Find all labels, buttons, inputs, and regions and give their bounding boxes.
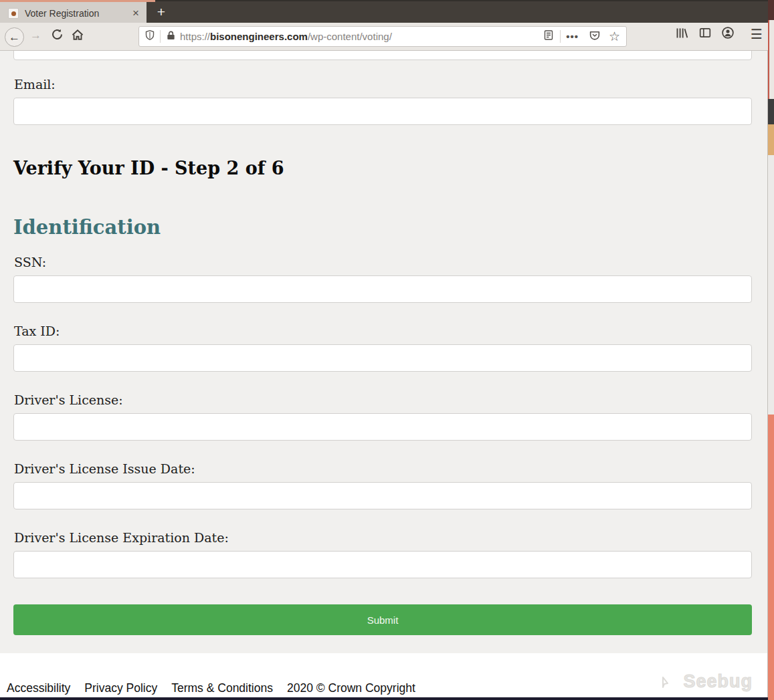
- reader-mode-icon[interactable]: [543, 29, 554, 43]
- license-issue-date-label: Driver's License Issue Date:: [14, 461, 195, 476]
- drivers-license-label: Driver's License:: [14, 392, 123, 407]
- step-heading: Verify Your ID - Step 2 of 6: [13, 158, 284, 179]
- license-expiration-date-input[interactable]: [13, 551, 752, 578]
- tab-voter-registration[interactable]: Voter Registration ×: [0, 2, 147, 24]
- footer-copyright: 2020 © Crown Copyright: [287, 681, 415, 695]
- background-window-edge: [768, 0, 774, 700]
- urlbar-separator-2: [560, 30, 561, 43]
- edge-segment: [768, 415, 774, 700]
- seebug-watermark: Seebug: [652, 668, 753, 695]
- footer-bottom-bar: [0, 697, 768, 700]
- footer-link-privacy-policy[interactable]: Privacy Policy: [84, 681, 157, 695]
- sidebar-icon[interactable]: [698, 27, 712, 41]
- identification-heading: Identification: [13, 216, 161, 239]
- page-actions-icon[interactable]: •••: [566, 31, 579, 42]
- edge-segment: [768, 99, 774, 124]
- submit-button[interactable]: Submit: [13, 604, 752, 635]
- ssn-input[interactable]: [13, 275, 752, 303]
- new-tab-button[interactable]: +: [153, 4, 170, 21]
- forward-button[interactable]: →: [30, 29, 41, 42]
- edge-segment: [768, 20, 774, 99]
- license-expiration-date-label: Driver's License Expiration Date:: [14, 530, 229, 545]
- email-label: Email:: [14, 77, 56, 92]
- page-favicon: [8, 8, 19, 19]
- edge-segment: [768, 155, 774, 415]
- seebug-logo-icon: [652, 668, 679, 695]
- url-scheme: https://: [180, 31, 210, 42]
- tracking-protection-shield-icon[interactable]: [144, 29, 155, 43]
- navigation-toolbar: ← → https://bisonengineers.com/wp-conten…: [0, 23, 768, 51]
- tax-id-input[interactable]: [13, 344, 752, 372]
- license-issue-date-input[interactable]: [13, 482, 752, 509]
- url-domain: bisonengineers.com: [210, 31, 308, 42]
- footer-link-accessibility[interactable]: Accessibility: [7, 681, 70, 695]
- menu-hamburger-icon[interactable]: ☰: [751, 26, 763, 42]
- footer-links: Accessibility Privacy Policy Terms & Con…: [7, 681, 415, 695]
- tab-close-icon[interactable]: ×: [130, 7, 141, 19]
- home-icon[interactable]: [71, 28, 84, 44]
- account-icon[interactable]: [721, 26, 735, 42]
- edge-segment: [768, 0, 774, 20]
- page-content: Email: Verify Your ID - Step 2 of 6 Iden…: [0, 51, 768, 653]
- tab-bar: Voter Registration × +: [0, 0, 768, 23]
- urlbar-separator: [160, 30, 161, 43]
- page-footer: Seebug Accessibility Privacy Policy Term…: [0, 653, 768, 700]
- url-path: /wp-content/voting/: [308, 31, 392, 42]
- toolbar-right-cluster: ☰: [675, 26, 763, 42]
- browser-window: Voter Registration × + ← → https://bison…: [0, 0, 768, 700]
- drivers-license-input[interactable]: [13, 413, 752, 441]
- pocket-save-icon[interactable]: [589, 29, 601, 43]
- edge-segment: [768, 124, 774, 155]
- email-input[interactable]: [13, 98, 752, 125]
- footer-link-terms[interactable]: Terms & Conditions: [171, 681, 273, 695]
- url-text[interactable]: https://bisonengineers.com/wp-content/vo…: [180, 31, 537, 42]
- library-icon[interactable]: [675, 27, 689, 42]
- tab-title: Voter Registration: [25, 8, 130, 19]
- ssn-label: SSN:: [14, 255, 46, 269]
- back-button[interactable]: ←: [5, 27, 24, 47]
- bookmark-star-icon[interactable]: ☆: [609, 29, 620, 44]
- reload-icon[interactable]: [51, 28, 64, 43]
- tax-id-label: Tax ID:: [14, 324, 60, 338]
- lock-icon[interactable]: [166, 30, 176, 43]
- url-bar[interactable]: https://bisonengineers.com/wp-content/vo…: [138, 26, 627, 47]
- seebug-watermark-text: Seebug: [683, 671, 753, 692]
